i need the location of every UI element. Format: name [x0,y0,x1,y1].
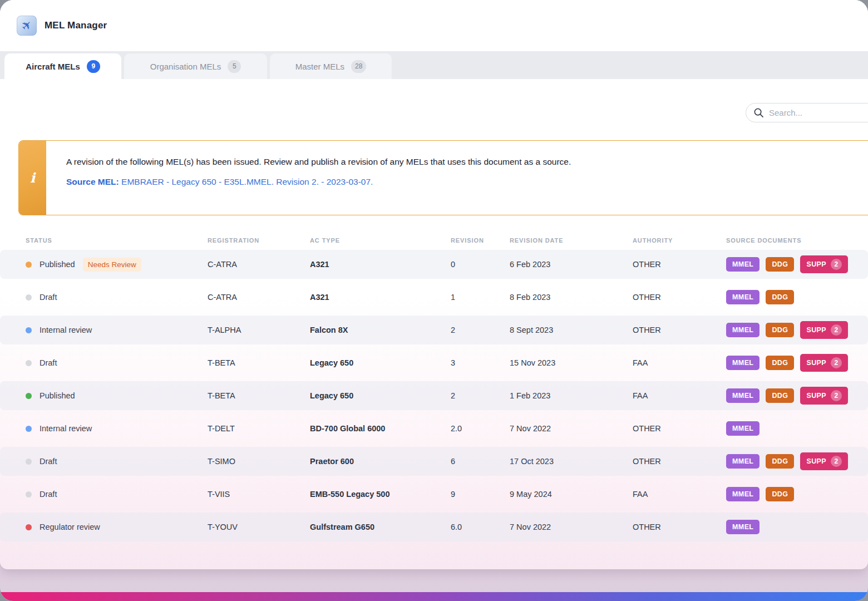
status-dot [26,426,32,432]
status-label: Regulator review [40,523,100,531]
doc-badge-ddg[interactable]: DDG [766,454,794,469]
source-documents-cell: MMELDDG [726,487,868,501]
status-label: Published [40,260,75,269]
col-revision-date: Revision Date [510,237,633,244]
doc-badge-mmel[interactable]: MMEL [726,487,760,501]
table-row[interactable]: Draft T-SIMO Praetor 600 6 17 Oct 2023 O… [0,447,868,476]
table-header: Status Registration AC Type Revision Rev… [0,232,868,249]
source-documents-cell: MMELDDGSUPP2 [726,255,868,273]
doc-badge-supp[interactable]: SUPP2 [800,321,848,339]
ac-type-cell: Legacy 650 [310,391,451,400]
registration-cell: C-ATRA [208,293,310,302]
doc-badge-supp[interactable]: SUPP2 [800,387,848,405]
source-documents-cell: MMELDDGSUPP2 [726,452,868,470]
authority-cell: OTHER [633,523,726,531]
revision-date-cell: 7 Nov 2022 [510,523,633,531]
tab-aircraft-mels[interactable]: Aircraft MELs 9 [4,53,121,79]
revision-cell: 6.0 [451,523,510,531]
tab-bar: Aircraft MELs 9 Organisation MELs 5 Mast… [0,51,868,79]
table-row[interactable]: Published Needs Review C-ATRA A321 0 6 F… [0,250,868,279]
status-dot [26,491,32,497]
revision-cell: 6 [451,457,510,466]
doc-count-badge: 2 [831,259,842,270]
ac-type-cell: BD-700 Global 6000 [310,424,451,433]
search-box[interactable] [746,103,868,122]
doc-badge-ddg[interactable]: DDG [766,323,794,337]
status-dot [26,360,32,366]
table-row[interactable]: Internal review T-DELT BD-700 Global 600… [0,414,868,443]
doc-badge-mmel[interactable]: MMEL [726,257,760,272]
col-authority: Authority [633,237,726,244]
doc-badge-supp[interactable]: SUPP2 [800,452,848,470]
doc-badge-mmel[interactable]: MMEL [726,454,760,469]
doc-badge-ddg[interactable]: DDG [766,487,794,501]
status-dot [26,524,32,530]
needs-review-badge: Needs Review [83,258,141,272]
doc-badge-ddg[interactable]: DDG [766,356,794,370]
status-cell: Draft [26,490,208,499]
doc-count-badge: 2 [831,390,842,401]
doc-badge-mmel[interactable]: MMEL [726,323,760,337]
revision-cell: 2 [451,391,510,400]
revision-date-cell: 8 Feb 2023 [510,293,633,302]
table-row[interactable]: Draft C-ATRA A321 1 8 Feb 2023 OTHER MME… [0,283,868,312]
banner-source: Source MEL: EMBRAER - Legacy 650 - E35L.… [66,177,571,187]
status-dot [26,327,32,333]
status-label: Internal review [40,424,92,433]
table-row[interactable]: Draft T-VIIS EMB-550 Legacy 500 9 9 May … [0,480,868,509]
source-documents-cell: MMELDDG [726,290,868,304]
doc-badge-mmel[interactable]: MMEL [726,421,760,436]
tab-count-badge: 5 [228,60,241,73]
authority-cell: FAA [633,358,726,367]
source-documents-cell: MMELDDGSUPP2 [726,354,868,372]
registration-cell: T-DELT [208,424,310,433]
search-input[interactable] [769,108,852,117]
doc-badge-mmel[interactable]: MMEL [726,520,760,534]
revision-date-cell: 15 Nov 2023 [510,358,633,367]
registration-cell: T-SIMO [208,457,310,466]
registration-cell: T-BETA [208,391,310,400]
authority-cell: OTHER [633,424,726,433]
table-row[interactable]: Published T-BETA Legacy 650 2 1 Feb 2023… [0,381,868,410]
tab-master-mels[interactable]: Master MELs 28 [270,53,392,79]
col-source-documents: Source Documents [726,237,868,244]
banner-body: A revision of the following MEL(s) has b… [46,141,571,215]
content-area: i A revision of the following MEL(s) has… [0,79,868,541]
status-cell: Draft [26,457,208,466]
revision-date-cell: 17 Oct 2023 [510,457,633,466]
status-label: Published [40,391,75,400]
doc-badge-ddg[interactable]: DDG [766,257,794,272]
status-label: Internal review [40,326,92,334]
status-label: Draft [40,358,57,367]
doc-badge-supp[interactable]: SUPP2 [800,354,848,372]
doc-badge-mmel[interactable]: MMEL [726,388,760,403]
doc-badge-mmel[interactable]: MMEL [726,290,760,304]
status-dot [26,459,32,465]
doc-count-badge: 2 [831,357,842,368]
status-cell: Regulator review [26,523,208,531]
doc-badge-ddg[interactable]: DDG [766,290,794,304]
status-label: Draft [40,457,57,466]
revision-date-cell: 9 May 2024 [510,490,633,499]
source-mel-link[interactable]: EMBRAER - Legacy 650 - E35L.MMEL. Revisi… [121,177,373,186]
table-row[interactable]: Draft T-BETA Legacy 650 3 15 Nov 2023 FA… [0,348,868,377]
doc-count-badge: 2 [831,324,842,336]
tab-organisation-mels[interactable]: Organisation MELs 5 [124,53,267,79]
tab-count-badge: 9 [87,60,100,73]
revision-cell: 3 [451,358,510,367]
doc-badge-mmel[interactable]: MMEL [726,356,760,370]
status-label: Draft [40,293,57,302]
table-row[interactable]: Internal review T-ALPHA Falcon 8X 2 8 Se… [0,316,868,344]
tab-label: Organisation MELs [150,62,221,71]
status-cell: Draft [26,293,208,302]
col-ac-type: AC Type [310,237,451,244]
info-icon: i [19,141,46,215]
doc-badge-supp[interactable]: SUPP2 [800,255,848,273]
source-documents-cell: MMEL [726,520,868,534]
status-cell: Published [26,391,208,400]
revision-cell: 2.0 [451,424,510,433]
authority-cell: OTHER [633,293,726,302]
status-label: Draft [40,490,57,499]
table-row[interactable]: Regulator review T-YOUV Gulfstream G650 … [0,513,868,541]
doc-badge-ddg[interactable]: DDG [766,388,794,403]
